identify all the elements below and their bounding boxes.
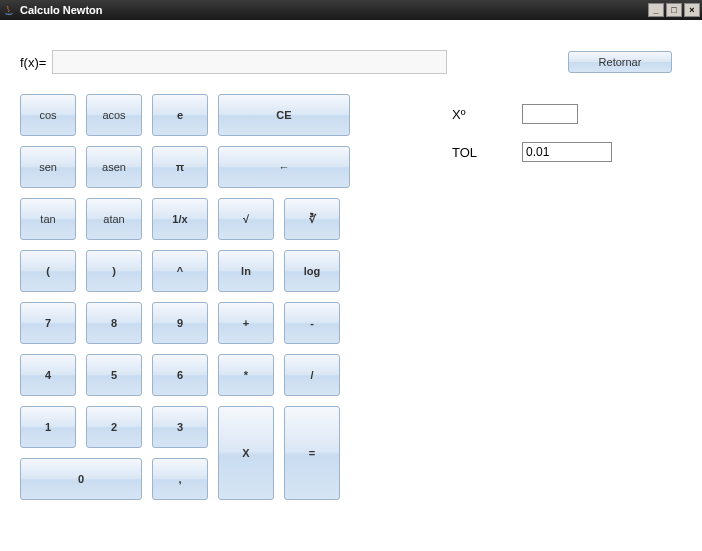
inverse-button[interactable]: 1/x [152, 198, 208, 240]
x0-label: Xº [452, 107, 522, 122]
e-button[interactable]: e [152, 94, 208, 136]
calculator-grid: cos acos e CE sen asen π ← tan atan 1/x … [20, 94, 400, 500]
one-button[interactable]: 1 [20, 406, 76, 448]
fx-input[interactable] [52, 50, 447, 74]
retornar-button[interactable]: Retornar [568, 51, 672, 73]
equals-button[interactable]: = [284, 406, 340, 500]
seven-button[interactable]: 7 [20, 302, 76, 344]
ce-button[interactable]: CE [218, 94, 350, 136]
x0-input[interactable] [522, 104, 578, 124]
pi-button[interactable]: π [152, 146, 208, 188]
fx-label: f(x)= [20, 55, 46, 70]
backspace-button[interactable]: ← [218, 146, 350, 188]
minus-button[interactable]: - [284, 302, 340, 344]
cbrt-button[interactable]: ∛ [284, 198, 340, 240]
multiply-button[interactable]: * [218, 354, 274, 396]
log-button[interactable]: log [284, 250, 340, 292]
five-button[interactable]: 5 [86, 354, 142, 396]
power-button[interactable]: ^ [152, 250, 208, 292]
window-title: Calculo Newton [20, 4, 648, 16]
java-icon [2, 3, 16, 17]
x-button[interactable]: X [218, 406, 274, 500]
tan-button[interactable]: tan [20, 198, 76, 240]
rparen-button[interactable]: ) [86, 250, 142, 292]
titlebar: Calculo Newton _ □ × [0, 0, 702, 20]
content-area: f(x)= Retornar cos acos e CE sen asen π … [0, 20, 702, 551]
nine-button[interactable]: 9 [152, 302, 208, 344]
parameters-panel: Xº TOL [452, 94, 612, 500]
three-button[interactable]: 3 [152, 406, 208, 448]
cos-button[interactable]: cos [20, 94, 76, 136]
divide-button[interactable]: / [284, 354, 340, 396]
eight-button[interactable]: 8 [86, 302, 142, 344]
lparen-button[interactable]: ( [20, 250, 76, 292]
window-controls: _ □ × [648, 3, 700, 17]
minimize-button[interactable]: _ [648, 3, 664, 17]
four-button[interactable]: 4 [20, 354, 76, 396]
maximize-button[interactable]: □ [666, 3, 682, 17]
sqrt-button[interactable]: √ [218, 198, 274, 240]
close-button[interactable]: × [684, 3, 700, 17]
atan-button[interactable]: atan [86, 198, 142, 240]
tol-input[interactable] [522, 142, 612, 162]
zero-button[interactable]: 0 [20, 458, 142, 500]
tol-label: TOL [452, 145, 522, 160]
two-button[interactable]: 2 [86, 406, 142, 448]
plus-button[interactable]: + [218, 302, 274, 344]
sen-button[interactable]: sen [20, 146, 76, 188]
asen-button[interactable]: asen [86, 146, 142, 188]
ln-button[interactable]: ln [218, 250, 274, 292]
acos-button[interactable]: acos [86, 94, 142, 136]
comma-button[interactable]: , [152, 458, 208, 500]
six-button[interactable]: 6 [152, 354, 208, 396]
